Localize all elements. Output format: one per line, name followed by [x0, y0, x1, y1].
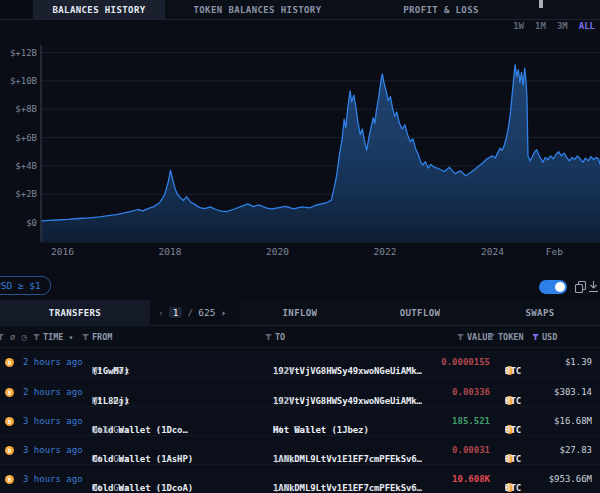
row-usd: $303.14: [554, 387, 592, 397]
caret-down-icon[interactable]: ▾: [68, 333, 73, 342]
x-axis-tick: 2024: [481, 246, 504, 257]
y-axis-tick: $+12B: [10, 48, 37, 58]
row-time-link[interactable]: 3 hours ago: [23, 474, 83, 484]
filter-funnel-icon[interactable]: [0, 334, 4, 340]
btc-token-icon: B: [5, 446, 14, 455]
row-token-label: BTC: [505, 454, 521, 464]
btc-token-icon: B: [5, 417, 14, 426]
row-time-link[interactable]: 2 hours ago: [23, 357, 83, 367]
range-1m[interactable]: 1M: [535, 21, 546, 31]
x-axis-tick: 2016: [51, 246, 74, 257]
row-token-label: BTC: [505, 425, 521, 435]
row-token-label: BTC: [505, 396, 521, 406]
column-usd-label: USD: [542, 332, 557, 342]
row-value: 0.00336: [452, 387, 490, 397]
column-token[interactable]: TOKEN: [488, 326, 524, 348]
from-filter-icon[interactable]: [82, 334, 89, 340]
row-usd: $27.83: [559, 445, 592, 455]
range-1w[interactable]: 1W: [513, 21, 524, 31]
tab-outflow[interactable]: OUTFLOW: [360, 300, 480, 326]
btc-token-icon: B: [5, 475, 14, 484]
table-row[interactable]: B 3 hours ago ~Mt. Gox: Cold Wallet (1As…: [0, 435, 600, 464]
y-axis-tick: $+2B: [15, 189, 37, 199]
tab-swaps[interactable]: SWAPS: [480, 300, 600, 326]
btc-token-icon: B: [5, 388, 14, 397]
page-current: 1: [169, 307, 183, 318]
column-usd[interactable]: USD: [532, 326, 557, 348]
column-to-label: TO: [275, 332, 285, 342]
range-all[interactable]: ALL: [579, 21, 595, 31]
transfers-table: B 2 hours ago ~Mt. Gox (1GwM7) 192VtVjVG…: [0, 348, 600, 493]
transfers-bar: TRANSFERS ‹ 1 / 625 › INFLOW OUTFLOW SWA…: [0, 300, 600, 326]
to-filter-icon[interactable]: [265, 334, 272, 340]
table-row[interactable]: B 2 hours ago ~Mt. Gox (1GwM7) 192VtVjVG…: [0, 348, 600, 377]
tab-inflow[interactable]: INFLOW: [240, 300, 360, 326]
row-time-link[interactable]: 2 hours ago: [23, 387, 83, 397]
column-token-label: TOKEN: [498, 332, 524, 342]
page-total: 625: [198, 307, 215, 318]
range-3m[interactable]: 3M: [557, 21, 568, 31]
y-axis-tick: $0: [26, 218, 37, 228]
token-filter-icon[interactable]: [488, 334, 495, 340]
table-row[interactable]: B 3 hours ago ~Mt. Gox: Cold Wallet (1Dc…: [0, 464, 600, 493]
row-token-label: BTC: [505, 483, 521, 493]
pagination: ‹ 1 / 625 ›: [150, 300, 240, 326]
tab-profit-and-loss[interactable]: PROFIT & LOSS: [350, 0, 532, 20]
x-axis-tick: 2020: [266, 246, 289, 257]
ui-fragment: [539, 0, 543, 8]
tab-balances-history[interactable]: BALANCES HISTORY: [33, 0, 165, 20]
page-next-icon[interactable]: ›: [220, 307, 226, 318]
download-icon[interactable]: [587, 279, 600, 294]
column-to[interactable]: TO: [265, 326, 285, 348]
row-value: 10.608K: [452, 474, 490, 484]
copy-icon[interactable]: [574, 279, 587, 294]
table-header-icons: ⌀ ◷: [0, 326, 27, 348]
x-axis-tick: 2018: [159, 246, 182, 257]
x-axis-tick: 2022: [374, 246, 397, 257]
top-tab-bar: BALANCES HISTORY TOKEN BALANCES HISTORY …: [0, 0, 600, 20]
column-time-label: TIME: [43, 332, 63, 342]
column-from-label: FROM: [92, 332, 112, 342]
link-icon[interactable]: ⌀: [10, 332, 15, 342]
tab-token-balances-history[interactable]: TOKEN BALANCES HISTORY: [165, 0, 350, 20]
row-token-label: BTC: [505, 366, 521, 376]
usd-filter-pill[interactable]: USD ≥ $1: [0, 276, 51, 295]
balance-area: [41, 65, 600, 242]
tab-bar-spacer: [0, 0, 33, 20]
tab-transfers[interactable]: TRANSFERS: [0, 300, 150, 326]
row-usd: $1.39: [565, 357, 592, 367]
row-usd: $953.66M: [549, 474, 592, 484]
row-value: 0.0000155: [441, 357, 490, 367]
time-filter-icon[interactable]: [33, 334, 40, 340]
balances-history-chart[interactable]: $+12B$+10B$+8B$+6B$+4B$+2B$0201620182020…: [0, 40, 600, 262]
table-header: ⌀ ◷ TIME ▾ FROM TO VALUE TOKEN USD: [0, 326, 600, 348]
page-separator: /: [187, 307, 193, 318]
y-axis-tick: $+4B: [15, 161, 37, 171]
app-window: BALANCES HISTORY TOKEN BALANCES HISTORY …: [0, 0, 600, 493]
page-prev-icon[interactable]: ‹: [158, 307, 164, 318]
row-value: 185.521: [452, 416, 490, 426]
y-axis-tick: $+8B: [15, 104, 37, 114]
time-range-selector: 1W 1M 3M ALL: [513, 21, 595, 31]
y-axis-tick: $+6B: [15, 133, 37, 143]
value-filter-icon[interactable]: [457, 334, 464, 340]
column-time[interactable]: TIME ▾: [33, 326, 73, 348]
row-time-link[interactable]: 3 hours ago: [23, 445, 83, 455]
usd-filter-icon[interactable]: [532, 334, 539, 340]
row-time-link[interactable]: 3 hours ago: [23, 416, 83, 426]
table-row[interactable]: B 3 hours ago ~Mt. Gox: Cold Wallet (1Dc…: [0, 406, 600, 435]
row-value: 0.00031: [452, 445, 490, 455]
column-from[interactable]: FROM: [82, 326, 112, 348]
y-axis-tick: $+10B: [10, 76, 37, 86]
row-usd: $16.68M: [554, 416, 592, 426]
clock-icon[interactable]: ◷: [21, 332, 26, 342]
table-row[interactable]: B 2 hours ago ~Mt. Gox (1L82j) 192VtVjVG…: [0, 377, 600, 406]
x-axis-tick: Feb: [546, 246, 563, 257]
btc-token-icon: B: [5, 358, 14, 367]
chart-toggle-switch[interactable]: [539, 280, 567, 294]
